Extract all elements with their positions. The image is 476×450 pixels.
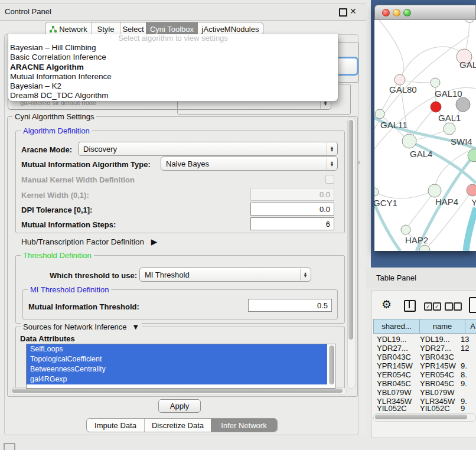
- cell-name: YBR043C: [416, 353, 459, 361]
- cell-value: 9.: [459, 361, 471, 370]
- node-gal10[interactable]: [431, 78, 440, 87]
- sources-group-toggle[interactable]: Sources for Network Inference ▼: [21, 322, 142, 331]
- popup-item-mutual-information[interactable]: Mutual Information Inference: [8, 72, 338, 81]
- data-attributes-list: SelfLoops TopologicalCoefficient Between…: [26, 344, 335, 389]
- mi-threshold-field[interactable]: 0.5: [248, 299, 332, 312]
- popup-item-basic-correlation[interactable]: Basic Correlation Inference: [8, 53, 338, 62]
- which-threshold-combo[interactable]: MI Threshold ▴▾: [139, 268, 311, 282]
- table-panel-title: Table Panel: [376, 273, 416, 282]
- column-header-partial[interactable]: A: [465, 319, 476, 334]
- popup-item-bayesian-k2[interactable]: Bayesian – K2: [8, 81, 338, 91]
- cell-name: YER054C: [416, 370, 459, 379]
- list-item-selfloops[interactable]: SelfLoops: [27, 344, 327, 354]
- gear-icon[interactable]: ⚙: [382, 298, 392, 311]
- algorithm-dropdown-popup: Select algorithm to view settings Bayesi…: [8, 34, 338, 102]
- tab-infer-network[interactable]: Infer Network: [211, 419, 277, 432]
- mi-steps-label: Mutual Information Steps:: [21, 220, 116, 229]
- control-panel-window: Control Panel ✕ Network Style Select: [0, 3, 366, 435]
- columns-icon[interactable]: [404, 300, 416, 312]
- cell-name: YDL19...: [416, 335, 459, 344]
- tab-label: Network: [59, 25, 87, 34]
- list-item-betweennesscentrality[interactable]: BetweennessCentrality: [27, 364, 327, 374]
- tab-label: Cyni Toolbox: [150, 25, 194, 34]
- manual-kernel-width-checkbox[interactable]: [325, 175, 334, 184]
- cell-shared-name: YPR145W: [373, 361, 416, 370]
- hub-definition-toggle[interactable]: Hub/Transcription Factor Definition ▶: [21, 237, 157, 246]
- apply-button[interactable]: Apply: [158, 399, 201, 413]
- combo-stepper-icon: ▴▾: [300, 269, 310, 281]
- dock-restore-icon[interactable]: [4, 443, 15, 450]
- divider-collapse-icon[interactable]: ‹: [358, 158, 360, 167]
- cell-name: YPR145W: [416, 361, 459, 370]
- popup-item-bayesian-hill-climbing[interactable]: Bayesian – Hill Climbing: [8, 43, 338, 53]
- app-root: Control Panel ✕ Network Style Select: [0, 0, 476, 450]
- table-row[interactable]: YPR145W YPR145W 9.: [373, 361, 476, 370]
- list-scrollbar-thumb[interactable]: [329, 345, 334, 384]
- sources-group-title: Sources for Network Inference: [23, 322, 127, 331]
- tab-label: Style: [97, 25, 115, 34]
- mac-minimize-icon[interactable]: [393, 9, 400, 17]
- table-row[interactable]: YBL079W YBL079W: [373, 388, 476, 397]
- mi-algorithm-type-combo[interactable]: Naive Bayes ▴▾: [161, 156, 338, 171]
- settings-hscroll-thumb[interactable]: [12, 389, 343, 393]
- close-icon[interactable]: ✕: [350, 6, 357, 16]
- tab-impute-data[interactable]: Impute Data: [87, 419, 144, 432]
- table-row[interactable]: YBR045C YBR045C 9.: [373, 379, 476, 388]
- popup-item-aracne[interactable]: ARACNE Algorithm: [8, 63, 338, 72]
- kernel-width-label: Kernel Width (0,1):: [21, 191, 89, 200]
- mac-close-icon[interactable]: [382, 9, 390, 17]
- settings-vertical-scrollbar[interactable]: [347, 118, 356, 389]
- node-gal11[interactable]: [375, 109, 384, 119]
- node-gray[interactable]: [456, 97, 470, 112]
- table-header-row: shared... name A: [373, 319, 476, 334]
- dpi-tolerance-label: DPI Tolerance [0,1]:: [21, 206, 92, 214]
- node-unlabeled[interactable]: [464, 20, 475, 22]
- node-gal4[interactable]: [402, 134, 416, 148]
- which-threshold-label: Which threshold to use:: [50, 271, 137, 280]
- node-labels: GAL GAL80 GAL10 GAL11 GAL1 SWI4 GAL4 GCY…: [374, 60, 476, 245]
- popup-item-dream8[interactable]: Dream8 DC_TDC Algorithm: [8, 91, 338, 100]
- node-gal1[interactable]: [444, 123, 455, 135]
- table-row[interactable]: YIL052C YIL052C 9: [373, 406, 476, 411]
- deselect-all-checkbox-icon[interactable]: [454, 302, 462, 311]
- cell-value: 13: [459, 335, 471, 344]
- hub-definition-label: Hub/Transcription Factor Definition: [21, 237, 144, 246]
- algorithm-definition-title: Algorithm Definition: [21, 126, 92, 135]
- table-horizontal-scrollbar[interactable]: [373, 413, 476, 422]
- dpi-tolerance-field[interactable]: 0.0: [250, 203, 334, 216]
- kernel-width-field[interactable]: 0.0: [250, 188, 334, 201]
- dpi-tolerance-value: 0.0: [319, 205, 330, 214]
- node-gal10-selected[interactable]: [431, 102, 441, 112]
- node-gal80[interactable]: [395, 74, 405, 85]
- column-header-name[interactable]: name: [420, 319, 465, 334]
- aracne-mode-combo[interactable]: Discovery ▴▾: [78, 142, 338, 156]
- network-canvas[interactable]: GAL GAL80 GAL10 GAL11 GAL1 SWI4 GAL4 GCY…: [374, 20, 476, 251]
- node-hap2[interactable]: [401, 225, 410, 234]
- tab-discretize-data[interactable]: Discretize Data: [144, 419, 211, 432]
- column-header-shared-name[interactable]: shared...: [373, 319, 420, 334]
- select-all-checkbox-icon[interactable]: ✓: [424, 302, 432, 311]
- node-label: GAL10: [435, 89, 462, 99]
- mi-steps-value: 6: [326, 220, 330, 229]
- node-hap4[interactable]: [428, 184, 441, 197]
- table-row[interactable]: YDR27... YDR27... 12: [373, 344, 476, 353]
- mi-steps-field[interactable]: 6: [250, 217, 334, 230]
- node-gcy1[interactable]: [374, 188, 379, 196]
- node-salmon[interactable]: [467, 184, 476, 196]
- mi-threshold-label: Mutual Information Threshold:: [28, 302, 139, 311]
- deselect-all-checkbox-icon[interactable]: [445, 302, 453, 311]
- settings-vscroll-thumb[interactable]: [348, 120, 353, 340]
- table-row[interactable]: YER054C YER054C 8.: [373, 370, 476, 379]
- network-window-titlebar[interactable]: [374, 5, 476, 20]
- list-item-topologicalcoefficient[interactable]: TopologicalCoefficient: [27, 354, 327, 364]
- table-hscroll-thumb[interactable]: [375, 415, 467, 419]
- float-window-icon[interactable]: [339, 8, 347, 17]
- table-row[interactable]: YBR043C YBR043C: [373, 353, 476, 361]
- table-row[interactable]: YDL19... YDL19... 13: [373, 335, 476, 344]
- mac-zoom-icon[interactable]: [403, 9, 411, 17]
- select-all-checkbox-icon[interactable]: ✓: [433, 302, 441, 311]
- new-table-icon[interactable]: [469, 297, 476, 313]
- tab-style[interactable]: Style: [91, 22, 120, 35]
- tab-network[interactable]: Network: [45, 22, 91, 35]
- list-item-gal4rgexp[interactable]: gal4RGexp: [27, 374, 327, 384]
